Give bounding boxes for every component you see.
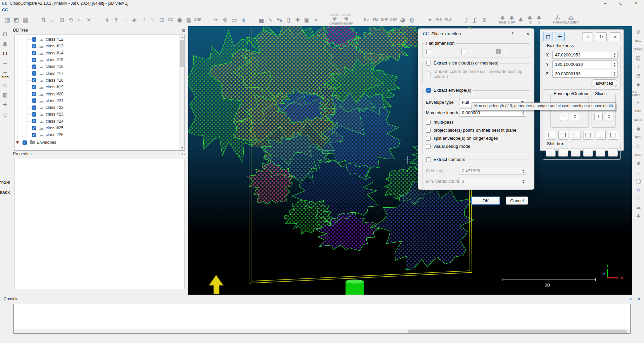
shift-button[interactable]: [608, 148, 618, 157]
option-checkbox[interactable]: [426, 120, 431, 125]
tree-item-checkbox[interactable]: [32, 92, 36, 96]
toolbar-icon[interactable]: ♣ H: [525, 14, 534, 26]
toolbar-icon[interactable]: ⟲: [66, 14, 75, 26]
toolbar-icon[interactable]: CANUPO ❖ Create: [329, 14, 340, 26]
toolbar-icon[interactable]: ⇤: [75, 14, 84, 26]
toolbar-icon[interactable]: CSV: [389, 14, 398, 26]
toolbar-icon[interactable]: ✕: [84, 14, 93, 26]
extract-envelopes-checkbox[interactable]: [426, 88, 431, 93]
plugin-icon[interactable]: ◆: [636, 81, 640, 87]
toolbar-icon[interactable]: [320, 14, 329, 26]
tree-item-checkbox[interactable]: [32, 37, 36, 42]
option-checkbox[interactable]: [426, 144, 431, 149]
toolbar-icon[interactable]: ◈: [130, 14, 139, 26]
tree-item-checkbox[interactable]: [32, 78, 36, 82]
tree-item-class[interactable]: ☁ class #23: [14, 111, 179, 118]
tree-item-checkbox[interactable]: [32, 133, 36, 137]
toolbar-icon[interactable]: ⊜: [480, 14, 489, 26]
shift-button[interactable]: [558, 148, 568, 157]
plugin-icon[interactable]: ⊘: [636, 29, 641, 35]
flat-dim-checkbox[interactable]: [426, 49, 431, 54]
toolbar-icon[interactable]: [544, 14, 553, 26]
tree-item-checkbox[interactable]: [32, 58, 36, 62]
toolbar-icon[interactable]: [93, 14, 103, 26]
tree-item-class[interactable]: ☁ class #12: [14, 36, 179, 43]
console-log[interactable]: [13, 304, 631, 334]
toolbar-icon[interactable]: [202, 14, 211, 26]
tree-item-checkbox[interactable]: [32, 105, 36, 110]
spinner-icon[interactable]: ▲▼: [611, 70, 617, 77]
toolbar-icon[interactable]: ∬: [471, 14, 480, 26]
toolbar-icon[interactable]: CANUPO ❖ Classify: [340, 14, 353, 26]
toolbar-icon[interactable]: SOR: [193, 14, 202, 26]
tree-item-checkbox[interactable]: [32, 85, 36, 89]
plugin-icon[interactable]: ▤: [636, 55, 641, 61]
view-toolbar-icon[interactable]: ◁: [3, 82, 7, 89]
tree-item-checkbox[interactable]: [32, 112, 36, 117]
tree-item-class[interactable]: ☁ class #17: [14, 70, 179, 77]
plugin-icon[interactable]: ≣: [636, 169, 641, 175]
toolbar-icon[interactable]: ▅: [257, 14, 266, 26]
toolbar-icon[interactable]: ⊟: [157, 14, 166, 26]
plugin-icon[interactable]: HPR: [635, 108, 641, 114]
tree-item-class[interactable]: ☁ class #22: [14, 104, 179, 111]
toolbar-icon[interactable]: ✦: [426, 14, 435, 26]
view-toolbar-icon[interactable]: FRONT: [0, 179, 11, 186]
view-toolbar-icon[interactable]: ⊡: [3, 31, 7, 38]
tree-item-class[interactable]: ☁ class #14: [14, 50, 179, 56]
expander-triangle-icon[interactable]: [16, 141, 19, 144]
plugin-icon[interactable]: ✱: [636, 161, 641, 167]
toolbar-icon[interactable]: ⊞: [57, 14, 66, 26]
plugin-icon[interactable]: ☁: [636, 204, 641, 210]
minimize-button[interactable]: –: [598, 0, 613, 6]
tree-item-checkbox[interactable]: [32, 98, 36, 103]
scroll-down-icon[interactable]: ▼: [180, 145, 185, 150]
tree-item-class[interactable]: ☁ class #15: [14, 56, 179, 63]
toolbar-icon[interactable]: ⁂ CLASSIFY: [563, 14, 579, 26]
tree-item-checkbox[interactable]: [32, 126, 36, 130]
plugin-icon[interactable]: ∕: [637, 64, 639, 70]
scroll-up-icon[interactable]: ▲: [180, 35, 185, 40]
option-checkbox[interactable]: [426, 136, 431, 141]
properties-float-icon[interactable]: ⊡: [182, 152, 185, 156]
toolbar-icon[interactable]: ♣ HSV: [507, 14, 516, 26]
toolbar-icon[interactable]: [416, 14, 426, 26]
console-hscrollbar[interactable]: [14, 329, 630, 333]
toolbar-icon[interactable]: ✜: [220, 14, 230, 26]
view-toolbar-icon[interactable]: ✛: [3, 101, 7, 108]
envelopes-checkbox[interactable]: [23, 140, 27, 145]
tree-item-checkbox[interactable]: [32, 119, 36, 123]
toolbar-icon[interactable]: ↹: [275, 14, 284, 26]
plugin-icon[interactable]: N: [637, 99, 640, 105]
toolbar-icon[interactable]: ♣ RGB: [498, 14, 507, 26]
toolbar-icon[interactable]: N+C: [435, 14, 444, 26]
plugin-icon[interactable]: PCV: [635, 134, 642, 140]
plugin-icon[interactable]: SSAO: [634, 46, 643, 52]
tree-item-envelopes[interactable]: Envelopes: [14, 139, 179, 146]
spinner-icon[interactable]: ▲▼: [520, 177, 526, 185]
flat-dim-checkbox[interactable]: [461, 49, 466, 54]
toolbar-icon[interactable]: ⁂ TRAIN: [553, 14, 563, 26]
toolbar-icon[interactable]: ♣ K: [534, 14, 544, 26]
tree-scrollbar[interactable]: ▲ ▼: [179, 35, 185, 150]
toolbar-icon[interactable]: ∴: [121, 14, 130, 26]
tree-item-class[interactable]: ☁ class #13: [14, 43, 179, 49]
toolbar-icon[interactable]: MLS: [444, 14, 453, 26]
tree-item-checkbox[interactable]: [32, 51, 36, 55]
close-button[interactable]: ✕: [629, 0, 644, 6]
toolbar-icon[interactable]: ↯: [103, 14, 112, 26]
tree-item-class[interactable]: ☁ class #18: [14, 77, 179, 84]
tree-item-class[interactable]: ☁ class #25: [14, 125, 179, 131]
extract-slice-checkbox[interactable]: [426, 61, 431, 66]
toolbar-icon[interactable]: [453, 14, 462, 26]
random-colors-checkbox[interactable]: [426, 72, 431, 76]
view-toolbar-icon[interactable]: BACK: [0, 189, 10, 196]
tree-item-checkbox[interactable]: [32, 44, 36, 48]
toolbar-icon[interactable]: ∵: [148, 14, 157, 26]
plugin-icon[interactable]: RSD: [635, 152, 641, 158]
view-toolbar-icon[interactable]: + auto: [1, 70, 8, 79]
shift-button[interactable]: [583, 148, 593, 157]
shift-button[interactable]: [596, 148, 605, 157]
toolbar-icon[interactable]: ◕: [398, 14, 407, 26]
toolbar-icon[interactable]: ▭: [230, 14, 239, 26]
